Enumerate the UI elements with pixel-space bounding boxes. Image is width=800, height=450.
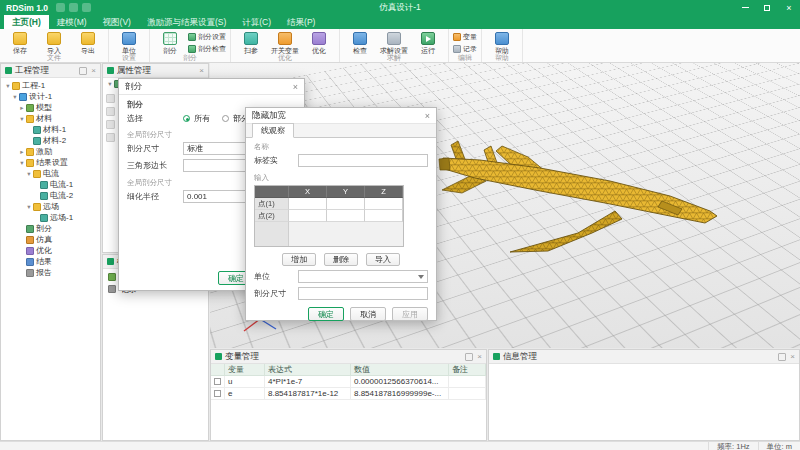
report-icon	[108, 285, 116, 293]
tree-item[interactable]: 材料-1	[1, 124, 100, 135]
minimize-button[interactable]	[734, 0, 756, 15]
run-icon	[421, 32, 435, 45]
expander-icon[interactable]: ▾	[18, 159, 26, 167]
orange-icon	[453, 33, 461, 41]
tree-item[interactable]: ▾材料	[1, 113, 100, 124]
checkbox[interactable]	[214, 390, 221, 397]
tree-item[interactable]: 优化	[1, 245, 100, 256]
select-all-cell[interactable]	[211, 364, 225, 375]
pin-icon[interactable]	[465, 353, 473, 361]
point-cell[interactable]	[365, 198, 403, 210]
tree-item[interactable]: ▾设计-1	[1, 91, 100, 102]
tree-item[interactable]: 结果	[1, 256, 100, 267]
action-button[interactable]: 增加	[282, 253, 316, 266]
tree-item[interactable]: 报告	[1, 267, 100, 278]
tree-item[interactable]: 电流-2	[1, 190, 100, 201]
close-icon[interactable]: ×	[91, 67, 96, 75]
tree-item-label: 模型	[36, 102, 52, 113]
ribbon-button[interactable]: 剖分设置	[188, 32, 226, 42]
panel-icon	[215, 353, 222, 360]
menubar: 主页(H)建模(M)视图(V)激励源与结果设置(S)计算(C)结果(P)	[0, 15, 800, 29]
tree-item-label: 材料	[36, 113, 52, 124]
close-icon[interactable]: ×	[199, 67, 204, 75]
menu-tab[interactable]: 激励源与结果设置(S)	[139, 15, 234, 29]
tree-item[interactable]: ▸模型	[1, 102, 100, 113]
radio-part[interactable]	[222, 115, 229, 122]
point-cell[interactable]	[327, 210, 365, 222]
prop-tool-icon[interactable]	[106, 94, 115, 103]
point-cell[interactable]	[365, 210, 403, 222]
close-icon[interactable]: ×	[425, 111, 430, 121]
menu-tab[interactable]: 计算(C)	[234, 15, 279, 29]
ribbon-button[interactable]: 变量	[453, 32, 477, 42]
tree-item-label: 远场-1	[50, 212, 73, 223]
prop-tool-icon[interactable]	[106, 120, 115, 129]
unit-select[interactable]	[298, 270, 428, 283]
pin-icon[interactable]	[778, 353, 786, 361]
label-field-input[interactable]	[298, 154, 428, 167]
meshsize-label: 剖分尺寸	[254, 288, 294, 299]
prop-tool-icon[interactable]	[106, 107, 115, 116]
tree-item[interactable]: 远场-1	[1, 212, 100, 223]
menu-tab[interactable]: 视图(V)	[95, 15, 139, 29]
refine-dialog-header[interactable]: 隐藏加宽 ×	[246, 108, 436, 124]
point-cell[interactable]	[289, 198, 327, 210]
tree-item[interactable]: 仿真	[1, 234, 100, 245]
close-icon[interactable]: ×	[790, 353, 795, 361]
expander-icon[interactable]: ▾	[18, 115, 26, 123]
sim-icon	[26, 236, 34, 244]
expander-icon[interactable]: ▾	[11, 93, 19, 101]
tab-line[interactable]: 线观察	[252, 123, 294, 138]
radio-all-label[interactable]: 所有	[194, 113, 210, 124]
select-label: 选择	[127, 113, 179, 124]
maximize-icon	[764, 5, 770, 11]
tree-item[interactable]: 电流-1	[1, 179, 100, 190]
expander-icon[interactable]: ▾	[25, 170, 33, 178]
menu-tab[interactable]: 主页(H)	[4, 15, 49, 29]
cancel-button[interactable]: 取消	[350, 307, 386, 321]
tree-item[interactable]: 材料-2	[1, 135, 100, 146]
folder-icon	[26, 159, 34, 167]
tree-item[interactable]: ▸激励	[1, 146, 100, 157]
point-cell[interactable]	[327, 198, 365, 210]
close-icon[interactable]: ×	[293, 82, 298, 92]
tree-item[interactable]: 剖分	[1, 223, 100, 234]
meshsize-input[interactable]	[298, 287, 428, 300]
checkbox[interactable]	[214, 378, 221, 385]
input-section-label: 输入	[254, 173, 428, 183]
expander-icon[interactable]: ▾	[4, 82, 12, 90]
tree-item[interactable]: ▾工程-1	[1, 80, 100, 91]
model-icon	[108, 273, 116, 281]
expander-icon[interactable]: ▾	[106, 80, 114, 88]
expander-icon[interactable]: ▸	[18, 148, 26, 156]
prop-tool-icon[interactable]	[106, 133, 115, 142]
points-table-header: XYZ	[255, 186, 403, 198]
variable-row[interactable]: e8.854187817*1e-128.854187816999999e-...	[211, 388, 486, 400]
menu-tab[interactable]: 结果(P)	[279, 15, 323, 29]
blue-icon	[122, 32, 136, 45]
point-cell[interactable]	[289, 210, 327, 222]
tree-item[interactable]: ▾远场	[1, 201, 100, 212]
action-button[interactable]: 删除	[324, 253, 358, 266]
expander-icon[interactable]: ▸	[18, 104, 26, 112]
close-icon[interactable]: ×	[477, 353, 482, 361]
mesh-dialog-header[interactable]: 剖分 ×	[119, 79, 304, 95]
pin-icon[interactable]	[79, 67, 87, 75]
save-icon[interactable]	[56, 3, 65, 12]
mesh-size-label: 剖分尺寸	[127, 143, 179, 154]
apply-button[interactable]: 应用	[392, 307, 428, 321]
menu-tab[interactable]: 建模(M)	[49, 15, 95, 29]
expander-icon[interactable]: ▾	[25, 203, 33, 211]
mesh-icon	[26, 225, 34, 233]
close-button[interactable]: ×	[778, 0, 800, 15]
radio-all[interactable]	[183, 115, 190, 122]
tree-item[interactable]: ▾结果设置	[1, 157, 100, 168]
variable-row[interactable]: u4*PI*1e-70.0000012566370614...	[211, 376, 486, 388]
redo-icon[interactable]	[82, 3, 91, 12]
tree-item[interactable]: ▾电流	[1, 168, 100, 179]
maximize-button[interactable]	[756, 0, 778, 15]
undo-icon[interactable]	[69, 3, 78, 12]
ok-button[interactable]: 确定	[308, 307, 344, 321]
action-button[interactable]: 导入	[366, 253, 400, 266]
ribbon-group: 帮助帮助	[482, 29, 523, 62]
